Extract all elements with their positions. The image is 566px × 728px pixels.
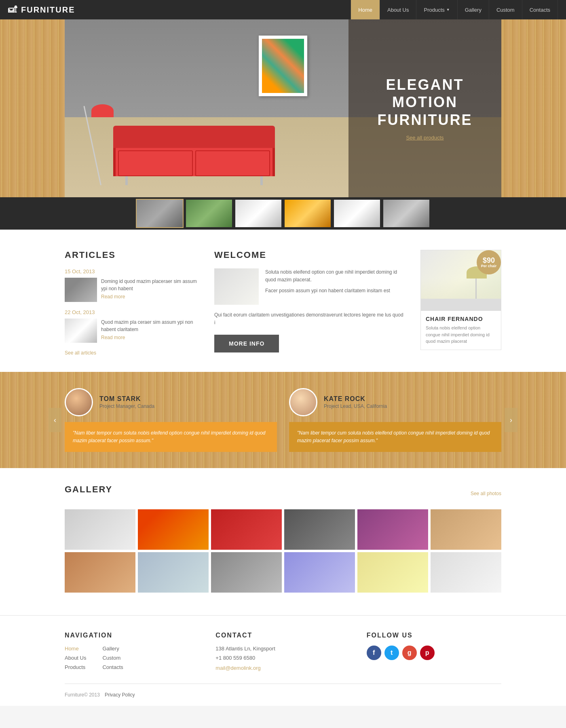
thumbnail-3[interactable] bbox=[234, 199, 282, 228]
footer-link-about[interactable]: About Us bbox=[65, 655, 86, 661]
sofa-icon: 🛋 bbox=[8, 4, 18, 15]
dropdown-arrow-icon: ▼ bbox=[446, 8, 450, 12]
social-icon-facebook[interactable]: f bbox=[367, 646, 381, 660]
product-info: CHAIR FERNANDO Soluta nobis eleifend opt… bbox=[421, 311, 501, 345]
gallery-item-7[interactable] bbox=[65, 552, 135, 593]
gallery-header: GALLERY See all photos bbox=[65, 484, 501, 503]
nav-link-about[interactable]: About Us bbox=[380, 0, 416, 19]
footer-link-col-2: Gallery Custom Contacts bbox=[102, 646, 123, 670]
testimonial-avatar-1 bbox=[65, 388, 93, 416]
testimonial-name-1: TOM STARK bbox=[99, 395, 154, 403]
testimonial-1: TOM STARK Project Manager, Canada "Nam l… bbox=[65, 388, 277, 452]
product-name: CHAIR FERNANDO bbox=[426, 316, 496, 322]
nav-links: Home About Us Products ▼ Gallery Custom … bbox=[351, 0, 558, 19]
footer-nav-title: NAVIGATION bbox=[65, 632, 199, 639]
gallery-item-6[interactable] bbox=[431, 509, 501, 550]
footer-columns: NAVIGATION Home About Us Products Galler… bbox=[65, 632, 501, 671]
nav-link-contacts[interactable]: Contacts bbox=[522, 0, 558, 19]
testimonials-prev-button[interactable]: ‹ bbox=[49, 408, 61, 432]
hero-main: ELEGANT MOTION FURNITURE See all product… bbox=[65, 19, 501, 197]
read-more-1[interactable]: Read more bbox=[101, 294, 198, 300]
welcome-column: WELCOME Soluta nobis eleifend option con… bbox=[214, 250, 404, 356]
gallery-item-8[interactable] bbox=[138, 552, 209, 593]
gallery-item-12[interactable] bbox=[431, 552, 501, 593]
footer-contact-col: CONTACT 138 Atlantis Ln, Kingsport +1 80… bbox=[215, 632, 350, 671]
gallery-title: GALLERY bbox=[65, 484, 112, 495]
testimonials-inner: TOM STARK Project Manager, Canada "Nam l… bbox=[65, 388, 501, 452]
hero-wall-picture bbox=[259, 36, 307, 96]
article-text-1: Doming id quod mazim placeraer sim assum… bbox=[101, 278, 198, 302]
more-info-button[interactable]: MORE INFO bbox=[214, 335, 279, 352]
hero-sofa bbox=[113, 126, 275, 185]
thumbnail-2[interactable] bbox=[185, 199, 233, 228]
product-price-badge: $90 Per chair bbox=[477, 250, 501, 274]
gallery-item-4[interactable] bbox=[284, 509, 355, 550]
social-icon-googleplus[interactable]: g bbox=[402, 646, 417, 660]
hero-cta-link[interactable]: See all products bbox=[406, 135, 444, 141]
testimonial-quote-1: "Nam liber tempor cum soluta nobis eleif… bbox=[65, 422, 277, 452]
welcome-title: WELCOME bbox=[214, 250, 404, 260]
product-desc: Soluta nobis eleifend option congue nihi… bbox=[426, 325, 496, 345]
article-item-2: 22 Oct, 2013 Quod mazim pla ceraer sim a… bbox=[65, 309, 198, 343]
testimonial-info-1: TOM STARK Project Manager, Canada bbox=[99, 395, 154, 409]
footer-bottom: Furniture© 2013 Privacy Policy bbox=[65, 684, 501, 698]
footer-copyright: Furniture© 2013 bbox=[65, 692, 100, 698]
footer-privacy-link[interactable]: Privacy Policy bbox=[105, 692, 135, 698]
gallery-item-9[interactable] bbox=[211, 552, 282, 593]
article-item-1: 15 Oct, 2013 Doming id quod mazim placer… bbox=[65, 268, 198, 302]
testimonial-avatar-2 bbox=[289, 388, 317, 416]
social-icon-twitter[interactable]: t bbox=[384, 646, 399, 660]
footer-link-custom[interactable]: Custom bbox=[102, 655, 123, 661]
welcome-inner: Soluta nobis eleifend option con gue nih… bbox=[214, 268, 404, 305]
footer-nav-col: NAVIGATION Home About Us Products Galler… bbox=[65, 632, 199, 671]
nav-link-custom[interactable]: Custom bbox=[489, 0, 522, 19]
footer-links: Home About Us Products Gallery Custom Co… bbox=[65, 646, 199, 670]
main-content: ARTICLES 15 Oct, 2013 Doming id quod maz… bbox=[0, 230, 566, 372]
nav-link-products[interactable]: Products ▼ bbox=[416, 0, 457, 19]
social-icons: f t g p bbox=[367, 646, 501, 660]
gallery-item-2[interactable] bbox=[138, 509, 209, 550]
product-column: $90 Per chair bbox=[420, 250, 501, 356]
testimonials-next-button[interactable]: › bbox=[505, 408, 517, 432]
hero-section: ELEGANT MOTION FURNITURE See all product… bbox=[0, 19, 566, 197]
gallery-item-11[interactable] bbox=[357, 552, 428, 593]
read-more-2[interactable]: Read more bbox=[101, 335, 198, 340]
footer: NAVIGATION Home About Us Products Galler… bbox=[0, 615, 566, 706]
testimonial-header-1: TOM STARK Project Manager, Canada bbox=[65, 388, 277, 416]
article-date-2: 22 Oct, 2013 bbox=[65, 309, 198, 315]
thumbnail-6[interactable] bbox=[382, 199, 430, 228]
gallery-item-5[interactable] bbox=[357, 509, 428, 550]
thumbnail-5[interactable] bbox=[333, 199, 381, 228]
gallery-item-10[interactable] bbox=[284, 552, 355, 593]
thumbnail-1[interactable] bbox=[136, 199, 184, 228]
footer-link-home[interactable]: Home bbox=[65, 646, 86, 652]
hero-heading: ELEGANT MOTION FURNITURE bbox=[378, 76, 473, 129]
footer-link-col-1: Home About Us Products bbox=[65, 646, 86, 670]
hero-lamp bbox=[89, 104, 101, 185]
testimonial-quote-2: "Nam liber tempor cum soluta nobis eleif… bbox=[289, 422, 501, 452]
footer-phone: +1 800 559 6580 bbox=[215, 655, 350, 661]
gallery-item-3[interactable] bbox=[211, 509, 282, 550]
gallery-item-1[interactable] bbox=[65, 509, 135, 550]
nav-link-home[interactable]: Home bbox=[351, 0, 380, 19]
gallery-grid-row2 bbox=[65, 552, 501, 593]
article-thumb-1 bbox=[65, 278, 97, 302]
footer-email[interactable]: mail@demolink.org bbox=[215, 665, 260, 671]
nav-link-gallery[interactable]: Gallery bbox=[458, 0, 489, 19]
welcome-thumb bbox=[214, 268, 259, 305]
social-icon-pinterest[interactable]: p bbox=[420, 646, 435, 660]
see-all-articles-link[interactable]: See all articles bbox=[65, 350, 198, 356]
thumbnail-4[interactable] bbox=[284, 199, 332, 228]
article-thumb-2 bbox=[65, 319, 97, 343]
articles-title: ARTICLES bbox=[65, 250, 198, 260]
footer-link-gallery[interactable]: Gallery bbox=[102, 646, 123, 652]
articles-column: ARTICLES 15 Oct, 2013 Doming id quod maz… bbox=[65, 250, 198, 356]
footer-link-contacts[interactable]: Contacts bbox=[102, 664, 123, 670]
product-card: $90 Per chair bbox=[420, 250, 501, 350]
see-all-photos-link[interactable]: See all photos bbox=[471, 491, 501, 496]
testimonial-role-1: Project Manager, Canada bbox=[99, 403, 154, 409]
testimonial-info-2: KATE ROCK Project Lead, USA, California bbox=[324, 395, 387, 409]
testimonial-header-2: KATE ROCK Project Lead, USA, California bbox=[289, 388, 501, 416]
footer-link-products[interactable]: Products bbox=[65, 664, 86, 670]
footer-follow-title: FOLLOW US bbox=[367, 632, 501, 639]
